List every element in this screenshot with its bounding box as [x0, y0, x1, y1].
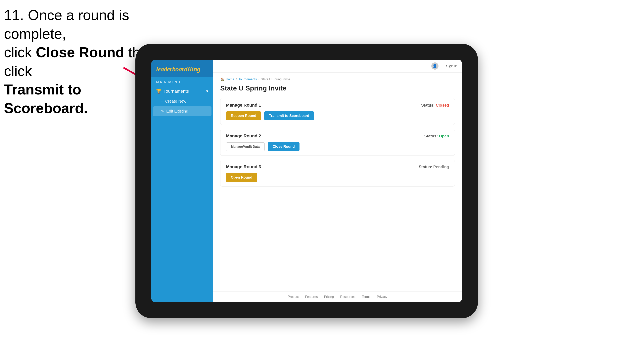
tablet-screen: leaderboardKing MAIN MENU 🏆 Tournaments … [151, 60, 462, 302]
breadcrumb: 🏠 Home / Tournaments / State U Spring In… [220, 77, 455, 81]
round-3-section: Manage Round 3 Status: Pending Open Roun… [220, 160, 455, 186]
content-area: 🏠 Home / Tournaments / State U Spring In… [213, 73, 462, 291]
close-round-button[interactable]: Close Round [268, 142, 300, 151]
round-1-title: Manage Round 1 [226, 103, 261, 108]
round-1-section: Manage Round 1 Status: Closed Reopen Rou… [220, 98, 455, 125]
round-3-status: Status: Pending [419, 165, 449, 169]
sidebar-create-new[interactable]: + Create New [151, 97, 213, 106]
tablet-device: leaderboardKing MAIN MENU 🏆 Tournaments … [136, 44, 478, 318]
footer: Product Features Pricing Resources Terms… [213, 291, 462, 302]
round-3-status-value: Pending [433, 165, 449, 169]
round-2-status: Status: Open [424, 134, 449, 138]
breadcrumb-tournaments-link[interactable]: Tournaments [238, 78, 257, 81]
edit-icon: ✎ [161, 109, 164, 114]
main-menu-label: MAIN MENU [151, 77, 213, 86]
breadcrumb-sep-2: / [258, 78, 259, 81]
sidebar-tournaments-label: Tournaments [164, 89, 189, 94]
top-bar: 👤 → Sign In [213, 60, 462, 73]
logo: leaderboardKing [156, 65, 208, 73]
app-layout: leaderboardKing MAIN MENU 🏆 Tournaments … [151, 60, 462, 302]
breadcrumb-home-link[interactable]: Home [226, 78, 234, 81]
reopen-round-button[interactable]: Reopen Round [226, 111, 261, 120]
footer-pricing[interactable]: Pricing [324, 295, 334, 299]
sidebar-edit-existing[interactable]: ✎ Edit Existing [153, 106, 212, 116]
breadcrumb-sep-1: / [236, 78, 237, 81]
breadcrumb-home: 🏠 [220, 77, 224, 81]
footer-features[interactable]: Features [305, 295, 318, 299]
open-round-button[interactable]: Open Round [226, 173, 257, 182]
avatar: 👤 [431, 62, 438, 70]
sidebar-item-tournaments[interactable]: 🏆 Tournaments ▾ [151, 86, 213, 97]
sidebar: leaderboardKing MAIN MENU 🏆 Tournaments … [151, 60, 213, 302]
round-3-title: Manage Round 3 [226, 164, 261, 170]
manage-audit-data-button[interactable]: Manage/Audit Data [226, 142, 265, 151]
round-2-title: Manage Round 2 [226, 133, 261, 139]
round-2-section: Manage Round 2 Status: Open Manage/Audit… [220, 129, 455, 156]
sign-in-area[interactable]: 👤 → Sign In [431, 62, 457, 70]
chevron-down-icon: ▾ [206, 89, 208, 94]
plus-icon: + [161, 99, 163, 104]
footer-product[interactable]: Product [288, 295, 299, 299]
footer-terms[interactable]: Terms [362, 295, 370, 299]
transmit-to-scoreboard-button[interactable]: Transmit to Scoreboard [264, 111, 314, 120]
sign-in-label: → [440, 64, 444, 68]
round-1-status: Status: Closed [421, 103, 449, 108]
edit-existing-label: Edit Existing [166, 109, 188, 114]
footer-resources[interactable]: Resources [340, 295, 355, 299]
sign-in-text: Sign In [446, 64, 457, 68]
create-new-label: Create New [165, 99, 186, 104]
footer-privacy[interactable]: Privacy [377, 295, 387, 299]
round-1-status-value: Closed [436, 103, 449, 107]
main-content: 👤 → Sign In 🏠 Home / Tournaments / State… [213, 60, 462, 302]
page-title: State U Spring Invite [220, 84, 455, 92]
round-2-status-value: Open [439, 134, 449, 138]
logo-area: leaderboardKing [151, 60, 213, 77]
trophy-icon: 🏆 [156, 89, 162, 94]
breadcrumb-current: State U Spring Invite [261, 78, 290, 81]
